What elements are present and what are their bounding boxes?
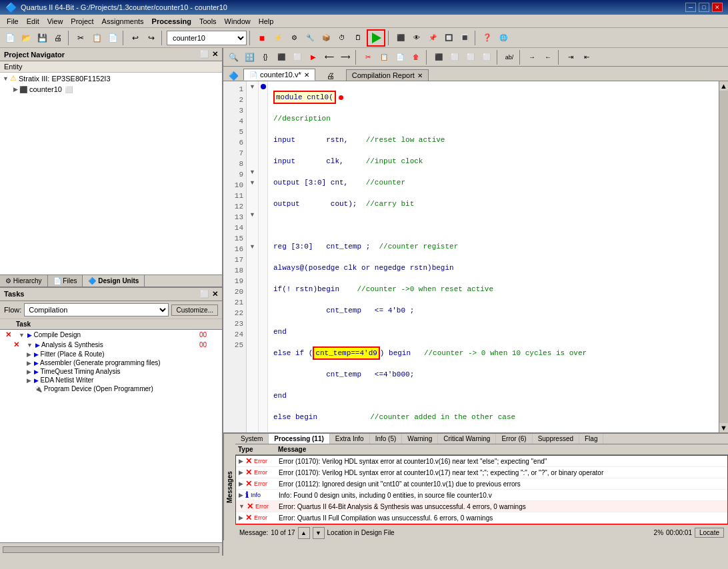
ed-btn2[interactable]: 🔠	[242, 50, 257, 65]
bp-1[interactable]	[259, 81, 267, 92]
rtl-btn[interactable]: 🔲	[441, 31, 456, 45]
copy-btn[interactable]: 📋	[89, 31, 104, 45]
task-eda[interactable]: ▶ ▶ EDA Netlist Writer	[0, 376, 222, 384]
locate-btn[interactable]: Locate	[695, 528, 724, 538]
msg-tab-extra[interactable]: Extra Info	[330, 434, 370, 444]
prog-btn[interactable]: ⬛	[393, 31, 408, 45]
msg-tab-warning[interactable]: Warning	[402, 434, 438, 444]
tree-item-counter10[interactable]: ▶ ⬛ counter10 ⬜	[0, 84, 222, 95]
ed-btn5[interactable]: ⬜	[290, 50, 305, 65]
save-btn[interactable]: 💾	[35, 31, 49, 45]
msg-tab-system[interactable]: System	[235, 434, 269, 444]
bp-6[interactable]	[259, 135, 267, 145]
tab-counter10[interactable]: 📄 counter10.v* ✕	[243, 69, 315, 81]
maximize-btn[interactable]: □	[699, 3, 709, 12]
task-fitter[interactable]: ▶ ▶ Fitter (Place & Route)	[0, 350, 222, 358]
msg-row-6[interactable]: ▶ ✕ Error Error: Quartus II Full Compila…	[236, 512, 727, 524]
task-compile[interactable]: ✕ ▼ ▶ Compile Design 00	[0, 330, 222, 340]
tech-btn[interactable]: 🔳	[457, 31, 472, 45]
ed-bk2[interactable]: ⬜	[447, 50, 462, 65]
bp-7[interactable]	[259, 145, 267, 156]
msg-up-btn[interactable]: ▲	[298, 527, 310, 539]
netlist-btn[interactable]: 🗒	[351, 31, 365, 45]
msg-tab-critical[interactable]: Critical Warning	[438, 434, 496, 444]
bp-2[interactable]	[259, 92, 267, 103]
ed-paste[interactable]: 📄	[393, 50, 407, 65]
open-btn[interactable]: 📂	[19, 31, 33, 45]
bp-3[interactable]	[259, 103, 267, 113]
tab-close-1[interactable]: ✕	[304, 71, 309, 79]
msg-tab-suppressed[interactable]: Suppressed	[533, 434, 579, 444]
ed-del[interactable]: 🗑	[409, 50, 423, 65]
msg-row-3[interactable]: ▶ ✕ Error Error (10112): Ignored design …	[236, 478, 727, 490]
exp-16[interactable]: ▼	[247, 241, 258, 252]
tab-compilation[interactable]: Compilation Report ✕	[346, 69, 429, 81]
menu-processing[interactable]: Processing	[148, 16, 195, 27]
bp-4[interactable]	[259, 113, 267, 124]
minimize-btn[interactable]: ─	[685, 3, 696, 12]
scroll-down[interactable]: ▼	[719, 423, 728, 432]
bp-22[interactable]	[259, 305, 267, 316]
right-scrollbar[interactable]: ▲ ▼	[719, 81, 728, 432]
entity-dropdown[interactable]: counter10	[167, 31, 247, 45]
task-program[interactable]: 🔌 Program Device (Open Programmer)	[0, 384, 222, 393]
scroll-up[interactable]: ▲	[719, 81, 728, 91]
menu-window[interactable]: Window	[221, 16, 255, 27]
msg-tab-flag[interactable]: Flag	[579, 434, 603, 444]
ed-arr1[interactable]: →	[525, 50, 539, 65]
synth-btn[interactable]: ⚙	[287, 31, 301, 45]
paste-btn[interactable]: 📄	[105, 31, 120, 45]
help-icon-btn[interactable]: ❓	[480, 31, 495, 45]
msg-tab-info[interactable]: Info (5)	[370, 434, 403, 444]
ed-cut[interactable]: ✂	[361, 50, 375, 65]
bp-18[interactable]	[259, 263, 267, 273]
pin-btn[interactable]: 📌	[425, 31, 440, 45]
float-tasks-btn[interactable]: ⬜	[200, 290, 209, 298]
asm-btn[interactable]: 📦	[319, 31, 333, 45]
code-content[interactable]: module cntl0( //description input rstn, …	[268, 81, 719, 432]
task-timing[interactable]: ▶ ▶ TimeQuest Timing Analysis	[0, 367, 222, 376]
menu-edit[interactable]: Edit	[23, 16, 43, 27]
bp-24[interactable]	[259, 326, 267, 337]
web-btn[interactable]: 🌐	[496, 31, 511, 45]
bp-13[interactable]	[259, 209, 267, 220]
ed-arr2[interactable]: ←	[541, 50, 555, 65]
task-assembler[interactable]: ▶ ▶ Assembler (Generate programming file…	[0, 358, 222, 367]
print-btn[interactable]: 🖨	[51, 31, 65, 45]
bp-11[interactable]	[259, 188, 267, 199]
menu-project[interactable]: Project	[67, 16, 97, 27]
ed-btn4[interactable]: ⬛	[274, 50, 289, 65]
compile-play-btn[interactable]	[367, 29, 385, 47]
msg-row-1[interactable]: ▶ ✕ Error Error (10170): Verilog HDL syn…	[236, 456, 727, 467]
bp-15[interactable]	[259, 231, 267, 241]
bp-21[interactable]	[259, 294, 267, 305]
redo-btn[interactable]: ↪	[144, 31, 159, 45]
customize-btn[interactable]: Customize...	[171, 304, 218, 316]
exp-9[interactable]: ▼	[247, 167, 258, 177]
menu-assignments[interactable]: Assignments	[98, 16, 148, 27]
ed-unindent[interactable]: ⇤	[579, 50, 594, 65]
msg-row-5[interactable]: ▼ ✕ Error Error: Quartus II 64-Bit Analy…	[236, 501, 727, 512]
ed-bk[interactable]: ⬛	[431, 50, 446, 65]
close-btn[interactable]: ✕	[712, 3, 723, 12]
exp-10[interactable]: ▼	[247, 177, 258, 188]
bp-20[interactable]	[259, 284, 267, 294]
menu-tools[interactable]: Tools	[195, 16, 221, 27]
close-nav-btn[interactable]: ✕	[212, 50, 218, 59]
tab-close-2[interactable]: ✕	[417, 72, 423, 79]
undo-btn[interactable]: ↩	[128, 31, 143, 45]
exp-13[interactable]: ▼	[247, 209, 258, 220]
tab-hierarchy[interactable]: ⚙ Hierarchy	[0, 275, 48, 286]
viewer-btn[interactable]: 👁	[409, 31, 424, 45]
menu-help[interactable]: Help	[255, 16, 278, 27]
ed-btn1[interactable]: 🔍	[226, 50, 241, 65]
cut-btn[interactable]: ✂	[73, 31, 88, 45]
exp-1[interactable]: ▼	[247, 81, 258, 92]
bp-19[interactable]	[259, 273, 267, 284]
ed-btn8[interactable]: ⟶	[338, 50, 353, 65]
ed-bk3[interactable]: ⬜	[463, 50, 478, 65]
new-btn[interactable]: 📄	[3, 31, 17, 45]
msg-row-2[interactable]: ▶ ✕ Error Error (10170): Verilog HDL syn…	[236, 467, 727, 478]
bp-5[interactable]	[259, 124, 267, 135]
ed-bk4[interactable]: ⬜	[479, 50, 494, 65]
